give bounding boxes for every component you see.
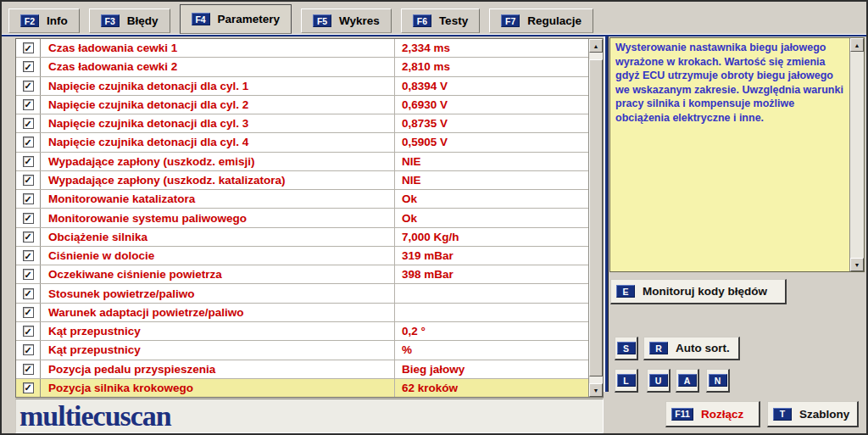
- app-logo: multiecuscan: [16, 402, 171, 431]
- checkbox[interactable]: ✓: [23, 156, 34, 167]
- checkbox[interactable]: ✓: [23, 81, 34, 92]
- parameter-name: Oczekiwane ciśnienie powietrza: [41, 265, 395, 283]
- parameter-row[interactable]: ✓ Monitorowanie systemu paliwowego Ok: [16, 209, 588, 227]
- check-icon: ✓: [24, 383, 31, 392]
- scroll-up-icon[interactable]: ▲: [850, 38, 864, 52]
- parameter-checkbox-cell: ✓: [16, 341, 41, 359]
- check-icon: ✓: [24, 289, 31, 298]
- checkbox[interactable]: ✓: [23, 382, 34, 393]
- checkbox[interactable]: ✓: [23, 193, 34, 204]
- scroll-up-icon[interactable]: ▲: [589, 39, 603, 53]
- monitor-error-codes-button[interactable]: E Monitoruj kody błędów: [610, 279, 787, 304]
- parameter-row[interactable]: ✓ Czas ładowania cewki 2 2,810 ms: [16, 58, 588, 76]
- vertical-divider: [604, 36, 609, 392]
- tab-info[interactable]: F2 Info: [8, 8, 80, 33]
- parameter-row[interactable]: ✓ Wypadające zapłony (uszkodz. katalizat…: [16, 171, 588, 190]
- tab-regulacje[interactable]: F7 Regulacje: [489, 8, 593, 33]
- table-scrollbar-thumb[interactable]: [589, 59, 603, 376]
- parameters-table: ✓ Czas ładowania cewki 1 2,334 ms ✓ Czas…: [15, 38, 604, 398]
- parameter-name: Pozycja pedalu przyspieszenia: [41, 360, 395, 378]
- function-key-badge: F4: [192, 13, 210, 25]
- parameter-name: Napięcie czujnika detonacji dla cyl. 4: [41, 133, 395, 151]
- tab-label: Parametery: [218, 13, 281, 25]
- parameter-row[interactable]: ✓ Napięcie czujnika detonacji dla cyl. 1…: [16, 77, 588, 96]
- parameter-row[interactable]: ✓ Monitorowanie katalizatora Ok: [16, 190, 588, 209]
- parameter-checkbox-cell: ✓: [16, 209, 41, 226]
- monitor-error-codes-label: Monitoruj kody błędów: [643, 285, 767, 298]
- parameter-name: Pozycja silnika krokowego: [41, 379, 395, 397]
- parameter-row[interactable]: ✓ Pozycja pedalu przyspieszenia Bieg jał…: [16, 360, 588, 379]
- parameter-row[interactable]: ✓ Obciążenie silnika 7,000 Kg/h: [16, 228, 588, 247]
- checkbox[interactable]: ✓: [23, 364, 34, 375]
- table-scrollbar[interactable]: ▲ ▼: [588, 39, 603, 397]
- parameter-row[interactable]: ✓ Stosunek powietrze/paliwo: [16, 284, 588, 303]
- templates-button[interactable]: T Szablony: [767, 401, 859, 427]
- key-a-button[interactable]: A: [676, 369, 699, 393]
- parameter-info-panel: Wysterowanie nastawnika biegu jałowego w…: [609, 37, 865, 272]
- scroll-down-icon[interactable]: ▼: [589, 383, 603, 397]
- tab-parametery[interactable]: F4 Parametery: [180, 4, 292, 34]
- checkbox[interactable]: ✓: [23, 213, 34, 224]
- checkbox[interactable]: ✓: [23, 269, 34, 280]
- parameter-name: Czas ładowania cewki 1: [41, 39, 395, 57]
- parameter-value: %: [395, 341, 588, 359]
- parameter-value: NIE: [395, 171, 588, 189]
- check-icon: ✓: [24, 100, 31, 109]
- checkbox[interactable]: ✓: [23, 307, 34, 318]
- checkbox[interactable]: ✓: [23, 175, 34, 186]
- parameter-checkbox-cell: ✓: [16, 58, 41, 75]
- parameter-row[interactable]: ✓ Napięcie czujnika detonacji dla cyl. 3…: [16, 114, 588, 133]
- checkbox[interactable]: ✓: [23, 326, 34, 337]
- parameter-checkbox-cell: ✓: [16, 96, 41, 114]
- parameter-name: Napięcie czujnika detonacji dla cyl. 3: [41, 114, 395, 132]
- parameter-row[interactable]: ✓ Kąt przepustnicy %: [16, 341, 588, 360]
- parameter-row[interactable]: ✓ Napięcie czujnika detonacji dla cyl. 4…: [16, 133, 588, 152]
- info-scrollbar[interactable]: ▲ ▼: [849, 38, 864, 271]
- tab-błędy[interactable]: F3 Błędy: [89, 8, 170, 33]
- tab-testy[interactable]: F6 Testy: [401, 8, 480, 33]
- table-scrollbar-track[interactable]: [589, 53, 603, 383]
- tab-label: Błędy: [127, 14, 159, 27]
- parameter-row[interactable]: ✓ Napięcie czujnika detonacji dla cyl. 2…: [16, 96, 588, 114]
- templates-label: Szablony: [799, 408, 849, 421]
- checkbox[interactable]: ✓: [23, 250, 34, 261]
- checkbox[interactable]: ✓: [23, 137, 34, 148]
- checkbox[interactable]: ✓: [23, 61, 34, 72]
- parameter-row[interactable]: ✓ Pozycja silnika krokowego 62 kroków: [16, 379, 588, 397]
- checkbox[interactable]: ✓: [23, 231, 34, 243]
- check-icon: ✓: [24, 81, 31, 90]
- function-key-badge: F5: [313, 14, 331, 27]
- scroll-down-icon[interactable]: ▼: [850, 258, 864, 271]
- check-icon: ✓: [24, 270, 31, 279]
- tab-label: Wykres: [339, 14, 380, 27]
- key-t-badge: T: [773, 408, 792, 421]
- check-icon: ✓: [24, 214, 31, 222]
- parameter-row[interactable]: ✓ Ciśnienie w dolocie 319 mBar: [16, 247, 588, 265]
- key-r-badge: R: [649, 342, 668, 354]
- tab-wykres[interactable]: F5 Wykres: [301, 8, 392, 33]
- parameter-checkbox-cell: ✓: [16, 284, 41, 302]
- parameter-row[interactable]: ✓ Warunek adaptacji powietrze/paliwo: [16, 304, 588, 322]
- parameter-row[interactable]: ✓ Wypadające zapłony (uszkodz. emisji) N…: [16, 153, 588, 171]
- key-u-button[interactable]: U: [647, 369, 670, 393]
- parameter-row[interactable]: ✓ Czas ładowania cewki 1 2,334 ms: [16, 39, 588, 58]
- info-scrollbar-track[interactable]: [850, 52, 864, 258]
- checkbox[interactable]: ✓: [23, 344, 34, 355]
- key-l-button[interactable]: L: [615, 369, 638, 393]
- checkbox[interactable]: ✓: [23, 118, 34, 129]
- parameter-checkbox-cell: ✓: [16, 133, 41, 151]
- sort-button[interactable]: S: [615, 337, 638, 360]
- function-key-badge: F6: [413, 14, 431, 27]
- checkbox[interactable]: ✓: [23, 99, 34, 110]
- key-l-badge: L: [617, 374, 636, 387]
- parameter-row[interactable]: ✓ Oczekiwane ciśnienie powietrza 398 mBa…: [16, 265, 588, 284]
- checkbox[interactable]: ✓: [23, 288, 34, 299]
- disconnect-button[interactable]: F11 Rozłącz: [665, 401, 760, 427]
- key-n-button[interactable]: N: [706, 369, 730, 393]
- logo-strip: multiecuscan: [15, 399, 604, 433]
- function-key-badge: F3: [101, 14, 120, 27]
- checkbox[interactable]: ✓: [23, 42, 34, 53]
- parameter-name: Wypadające zapłony (uszkodz. emisji): [41, 153, 395, 170]
- auto-sort-button[interactable]: R Auto sort.: [643, 337, 740, 360]
- parameter-row[interactable]: ✓ Kąt przepustnicy 0,2 °: [16, 322, 588, 341]
